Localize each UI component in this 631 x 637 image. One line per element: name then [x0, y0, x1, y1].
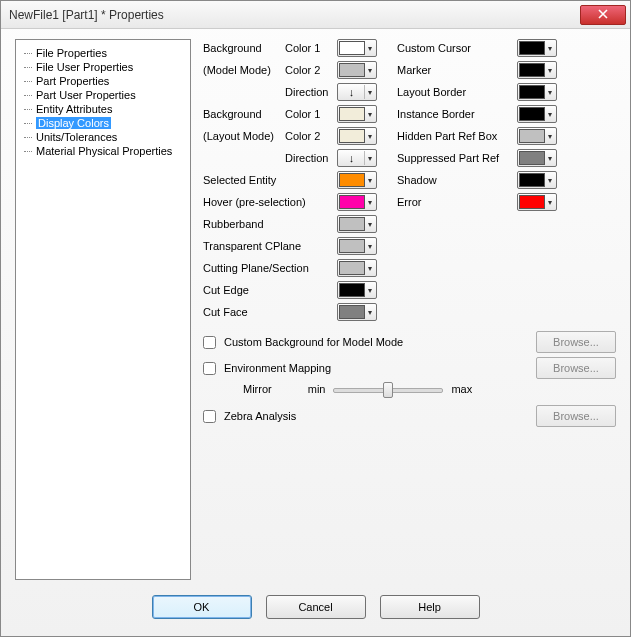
label-marker: Marker	[397, 64, 517, 76]
chevron-down-icon: ▾	[365, 88, 375, 97]
close-button[interactable]	[580, 5, 626, 25]
label-color2: Color 2	[285, 64, 337, 76]
arrow-down-icon: ↓	[339, 85, 365, 99]
display-colors-panel: Background Color 1 ▾ Custom Cursor ▾ (Mo…	[203, 39, 616, 580]
label-shadow: Shadow	[397, 174, 517, 186]
label-custom-cursor: Custom Cursor	[397, 42, 517, 54]
color-suppressed[interactable]: ▾	[517, 149, 557, 167]
color-bg-model-c2[interactable]: ▾	[337, 61, 377, 79]
label-cut-edge: Cut Edge	[203, 284, 337, 296]
label-mirror: Mirror	[243, 383, 272, 395]
label-zebra: Zebra Analysis	[224, 410, 296, 422]
help-button[interactable]: Help	[380, 595, 480, 619]
chevron-down-icon: ▾	[365, 286, 375, 295]
tree-item-entity-attributes[interactable]: Entity Attributes	[18, 102, 188, 116]
label-error: Error	[397, 196, 517, 208]
titlebar: NewFile1 [Part1] * Properties	[1, 1, 630, 29]
chevron-down-icon: ▾	[545, 198, 555, 207]
tree-item-part-properties[interactable]: Part Properties	[18, 74, 188, 88]
tree-item-part-user-properties[interactable]: Part User Properties	[18, 88, 188, 102]
checkbox-env-map[interactable]	[203, 362, 216, 375]
color-layout-border[interactable]: ▾	[517, 83, 557, 101]
swatch	[339, 41, 365, 55]
browse-zebra-button[interactable]: Browse...	[536, 405, 616, 427]
label-selected-entity: Selected Entity	[203, 174, 337, 186]
color-transp-cplane[interactable]: ▾	[337, 237, 377, 255]
chevron-down-icon: ▾	[365, 132, 375, 141]
label-color1: Color 1	[285, 42, 337, 54]
color-error[interactable]: ▾	[517, 193, 557, 211]
label-bg-layout: Background	[203, 108, 285, 120]
color-grid: Background Color 1 ▾ Custom Cursor ▾ (Mo…	[203, 39, 616, 321]
chevron-down-icon: ▾	[365, 176, 375, 185]
chevron-down-icon: ▾	[365, 110, 375, 119]
label-bg-model-sub: (Model Mode)	[203, 64, 285, 76]
label-cut-face: Cut Face	[203, 306, 337, 318]
label-bg-layout-sub: (Layout Mode)	[203, 130, 285, 142]
label-instance-border: Instance Border	[397, 108, 517, 120]
label-max: max	[451, 383, 472, 395]
label-cutting-plane: Cutting Plane/Section	[203, 262, 337, 274]
slider-thumb[interactable]	[383, 382, 393, 398]
label-custom-bg: Custom Background for Model Mode	[224, 336, 403, 348]
tree-item-material-physical[interactable]: Material Physical Properties	[18, 144, 188, 158]
content-area: File Properties File User Properties Par…	[1, 29, 630, 586]
label-suppressed: Suppressed Part Ref	[397, 152, 517, 164]
color-rubberband[interactable]: ▾	[337, 215, 377, 233]
browse-env-map-button[interactable]: Browse...	[536, 357, 616, 379]
chevron-down-icon: ▾	[365, 264, 375, 273]
chevron-down-icon: ▾	[545, 88, 555, 97]
checkbox-zebra[interactable]	[203, 410, 216, 423]
color-selected-entity[interactable]: ▾	[337, 171, 377, 189]
category-tree[interactable]: File Properties File User Properties Par…	[15, 39, 191, 580]
label-direction: Direction	[285, 86, 337, 98]
ok-button[interactable]: OK	[152, 595, 252, 619]
chevron-down-icon: ▾	[545, 66, 555, 75]
label-rubberband: Rubberband	[203, 218, 337, 230]
options-section: Custom Background for Model Mode Browse.…	[203, 331, 616, 427]
cancel-button[interactable]: Cancel	[266, 595, 366, 619]
label-transp-cplane: Transparent CPlane	[203, 240, 337, 252]
color-bg-layout-c2[interactable]: ▾	[337, 127, 377, 145]
browse-custom-bg-button[interactable]: Browse...	[536, 331, 616, 353]
chevron-down-icon: ▾	[545, 176, 555, 185]
color-marker[interactable]: ▾	[517, 61, 557, 79]
chevron-down-icon: ▾	[365, 308, 375, 317]
label-hover: Hover (pre-selection)	[203, 196, 337, 208]
chevron-down-icon: ▾	[545, 154, 555, 163]
tree-item-file-properties[interactable]: File Properties	[18, 46, 188, 60]
direction-layout[interactable]: ↓▾	[337, 149, 377, 167]
color-custom-cursor[interactable]: ▾	[517, 39, 557, 57]
tree-item-units-tolerances[interactable]: Units/Tolerances	[18, 130, 188, 144]
mirror-slider[interactable]	[333, 382, 443, 396]
dialog-footer: OK Cancel Help	[1, 586, 630, 636]
chevron-down-icon: ▾	[365, 220, 375, 229]
color-instance-border[interactable]: ▾	[517, 105, 557, 123]
color-bg-model-c1[interactable]: ▾	[337, 39, 377, 57]
color-hover[interactable]: ▾	[337, 193, 377, 211]
tree-item-display-colors[interactable]: Display Colors	[18, 116, 188, 130]
color-cut-edge[interactable]: ▾	[337, 281, 377, 299]
arrow-down-icon: ↓	[339, 151, 365, 165]
chevron-down-icon: ▾	[365, 242, 375, 251]
window-title: NewFile1 [Part1] * Properties	[9, 8, 580, 22]
chevron-down-icon: ▾	[545, 110, 555, 119]
color-cut-face[interactable]: ▾	[337, 303, 377, 321]
label-bg-model: Background	[203, 42, 285, 54]
color-bg-layout-c1[interactable]: ▾	[337, 105, 377, 123]
tree-item-file-user-properties[interactable]: File User Properties	[18, 60, 188, 74]
properties-dialog: NewFile1 [Part1] * Properties File Prope…	[0, 0, 631, 637]
color-shadow[interactable]: ▾	[517, 171, 557, 189]
color-cutting-plane[interactable]: ▾	[337, 259, 377, 277]
label-min: min	[308, 383, 326, 395]
label-env-map: Environment Mapping	[224, 362, 331, 374]
color-hidden-part[interactable]: ▾	[517, 127, 557, 145]
chevron-down-icon: ▾	[545, 132, 555, 141]
chevron-down-icon: ▾	[365, 154, 375, 163]
checkbox-custom-bg[interactable]	[203, 336, 216, 349]
direction-model[interactable]: ↓▾	[337, 83, 377, 101]
chevron-down-icon: ▾	[365, 198, 375, 207]
close-icon	[598, 9, 608, 19]
label-layout-border: Layout Border	[397, 86, 517, 98]
chevron-down-icon: ▾	[365, 66, 375, 75]
